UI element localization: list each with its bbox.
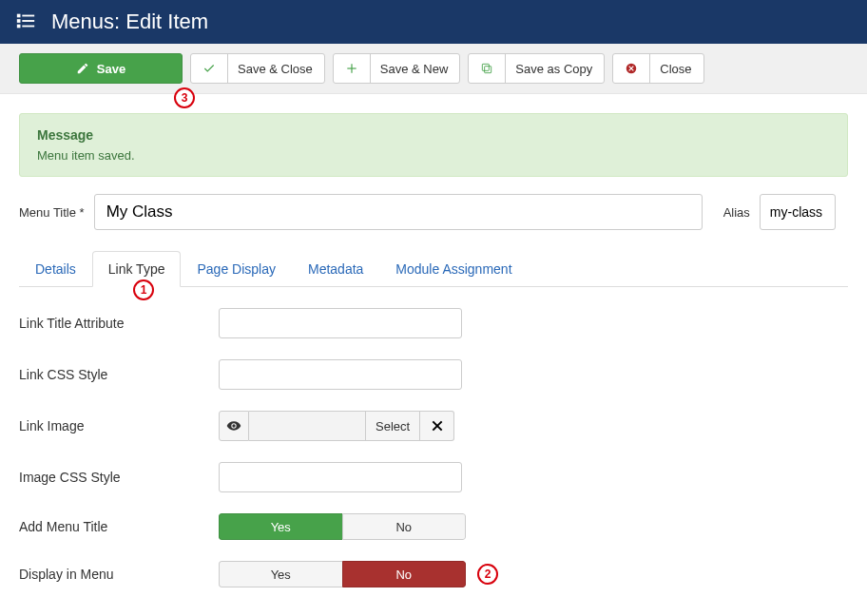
close-label: Close xyxy=(649,54,691,83)
annotation-2: 2 xyxy=(477,564,498,585)
label-link-image: Link Image xyxy=(19,418,219,433)
save-new-button[interactable]: Save & New xyxy=(333,53,461,84)
app-header: Menus: Edit Item xyxy=(0,0,867,44)
toggle-display-in-menu-yes[interactable]: Yes xyxy=(219,561,342,587)
alias-label: Alias xyxy=(723,205,750,220)
annotation-1: 1 xyxy=(133,279,154,300)
close-button[interactable]: Close xyxy=(612,53,703,84)
media-selector: Select xyxy=(219,411,454,441)
page-title: Menus: Edit Item xyxy=(51,10,208,34)
save-new-label: Save & New xyxy=(370,54,449,83)
content-area: Message Menu item saved. Menu Title * Al… xyxy=(0,94,867,616)
annotation-3: 3 xyxy=(174,87,195,108)
tab-page-display[interactable]: Page Display xyxy=(181,251,292,287)
toggle-add-menu-title: Yes No xyxy=(219,513,466,540)
svg-rect-9 xyxy=(483,64,490,70)
message-title: Message xyxy=(37,127,830,143)
save-label: Save xyxy=(97,62,125,76)
row-link-css-style: Link CSS Style xyxy=(19,359,848,390)
menu-list-icon xyxy=(15,10,36,34)
toolbar: Save Save & Close Save & New Save as Cop… xyxy=(0,44,867,94)
input-link-title-attribute[interactable] xyxy=(219,308,462,338)
save-close-label: Save & Close xyxy=(227,54,313,83)
svg-rect-0 xyxy=(17,13,21,17)
tab-module-assignment[interactable]: Module Assignment xyxy=(379,251,528,287)
save-button[interactable]: Save xyxy=(19,53,183,84)
svg-rect-4 xyxy=(17,24,21,28)
save-close-button[interactable]: Save & Close xyxy=(190,53,325,84)
svg-rect-8 xyxy=(485,67,491,73)
row-link-title-attribute: Link Title Attribute xyxy=(19,308,848,338)
input-image-css-style[interactable] xyxy=(219,462,462,492)
svg-rect-1 xyxy=(22,14,34,16)
media-clear-button[interactable] xyxy=(420,411,454,441)
toggle-display-in-menu-no[interactable]: No xyxy=(342,561,467,587)
message-body: Menu item saved. xyxy=(37,148,830,163)
tabs: Details Link Type Page Display Metadata … xyxy=(19,251,848,287)
row-image-css-style: Image CSS Style xyxy=(19,462,848,492)
label-link-title-attribute: Link Title Attribute xyxy=(19,316,219,331)
svg-rect-3 xyxy=(22,20,34,22)
label-image-css-style: Image CSS Style xyxy=(19,470,219,485)
message-box: Message Menu item saved. xyxy=(19,113,848,177)
menu-title-input[interactable] xyxy=(94,194,703,230)
save-copy-button[interactable]: Save as Copy xyxy=(468,53,605,84)
row-add-menu-title: Add Menu Title Yes No xyxy=(19,513,848,540)
preview-icon[interactable] xyxy=(219,411,249,441)
title-row: Menu Title * Alias xyxy=(19,194,848,230)
media-path-display xyxy=(249,411,365,441)
media-select-button[interactable]: Select xyxy=(365,411,420,441)
svg-rect-5 xyxy=(22,25,34,27)
toggle-add-menu-title-yes[interactable]: Yes xyxy=(219,513,342,540)
alias-input[interactable] xyxy=(760,194,836,230)
row-link-image: Link Image Select xyxy=(19,411,848,441)
label-add-menu-title: Add Menu Title xyxy=(19,519,219,534)
save-copy-label: Save as Copy xyxy=(505,54,592,83)
svg-rect-2 xyxy=(17,19,21,23)
toggle-add-menu-title-no[interactable]: No xyxy=(342,513,467,540)
toggle-display-in-menu: Yes No xyxy=(219,561,466,587)
menu-title-label: Menu Title * xyxy=(19,205,85,220)
label-link-css-style: Link CSS Style xyxy=(19,367,219,382)
tab-metadata[interactable]: Metadata xyxy=(292,251,379,287)
label-display-in-menu: Display in Menu xyxy=(19,567,219,582)
row-display-in-menu: Display in Menu Yes No 2 xyxy=(19,561,848,587)
input-link-css-style[interactable] xyxy=(219,359,462,390)
tab-details[interactable]: Details xyxy=(19,251,92,287)
